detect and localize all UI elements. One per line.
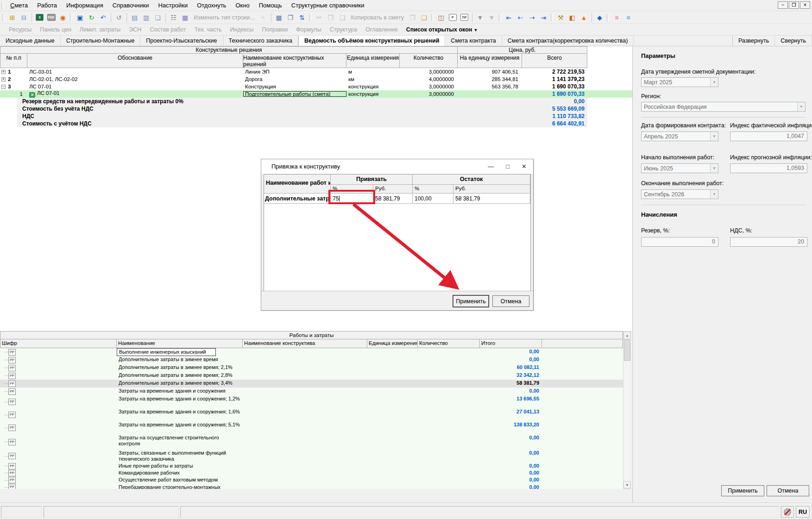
works-name-cell[interactable]: Выполнение инженерных изысканий [117,348,216,356]
total-cell[interactable]: 1 690 070,33 [522,83,587,90]
cut-icon[interactable]: ✂ [314,12,325,23]
dialog-cancel-button[interactable]: Отмена [492,295,529,307]
expand-icon[interactable]: + [1,77,6,81]
quantity-cell[interactable]: 3,0000000 [400,84,458,89]
work-end-combo[interactable]: Сентябрь 2026 ▼ [641,189,718,199]
works-row[interactable]: РРЗатраты на временные здания и сооружен… [0,421,623,434]
unit-cell[interactable] [367,380,418,388]
recalc-icon[interactable]: ↺ [113,12,124,23]
region-combo[interactable]: Российская Федерация ▼ [641,102,806,112]
quantity-cell[interactable] [418,450,480,463]
delete-row-icon[interactable]: × [258,12,269,23]
works-row[interactable]: РРЗатраты на временные здания и сооружен… [0,388,623,395]
panel-button-панель-цен[interactable]: Панель цен [36,26,76,33]
unit-cell[interactable] [367,372,418,380]
works-row[interactable]: РРВыполнение инженерных изысканий0,00 [0,348,623,356]
total-cell[interactable]: 2 722 219,53 [522,69,587,75]
unit-cell[interactable] [367,356,418,364]
collapse-icon[interactable]: − [1,85,6,89]
change-structure-icon[interactable]: ▦ [180,12,190,23]
tab-смета-контракта[interactable]: Смета контракта [445,36,502,46]
resources-icon[interactable]: ◫ [436,12,447,23]
code-badge[interactable]: РР [8,463,16,469]
code-badge[interactable]: РР [8,349,16,356]
collapse-all-button[interactable]: Свернуть [775,36,812,46]
menu-item-информация[interactable]: Информация [62,0,108,11]
works-total-cell[interactable]: 138 833,20 [480,421,542,434]
name-cell[interactable]: Линия ЭП [243,69,346,75]
calculator-icon[interactable]: ▦ [274,12,284,23]
total-cell[interactable]: 1 141 379,23 [522,76,587,82]
works-name-cell[interactable]: Затраты на временные здания и сооружения… [117,395,243,408]
code-badge[interactable]: РР [8,365,16,371]
code-badge[interactable]: РР [8,412,16,418]
works-name-cell[interactable]: Затраты на временные здания и сооружения… [117,408,243,421]
construct-name-cell[interactable] [243,348,367,356]
unit-cell[interactable] [367,364,418,372]
apply-button[interactable]: Применить [721,485,764,496]
work-start-combo[interactable]: Июнь 2025 ▼ [641,163,718,173]
approval-date-combo[interactable]: Март 2025 ▼ [641,77,718,87]
move-updown-icon[interactable]: ⇅ [297,12,308,23]
works-name-cell[interactable]: Командирование рабочих [117,469,243,476]
works-row[interactable]: РРЗатраты на осуществление строительного… [0,434,623,450]
quantity-cell[interactable] [418,395,480,408]
panel-button-состав-работ[interactable]: Состав работ [145,26,190,33]
unit-cell[interactable] [367,395,418,408]
construct-name-cell[interactable] [243,463,367,469]
panel-button-лимит-затраты[interactable]: Лимит. затраты [76,26,125,33]
construct-name-cell[interactable] [243,364,367,372]
works-total-cell[interactable]: 13 696,55 [480,395,542,408]
outdent-icon[interactable]: ⇠ [515,12,526,23]
quantity-cell[interactable]: 4,0000000 [400,76,458,82]
total-cell[interactable]: 1 690 070,33 [522,91,587,97]
construct-row[interactable]: −3ЛС 07-01Конструкцияконструкция3,000000… [0,83,632,90]
scroll-up-icon[interactable]: ▲ [623,331,631,339]
works-row[interactable]: РРКомандирование рабочих0,00 [0,469,623,476]
dialog-close-icon[interactable]: ✕ [522,163,527,170]
unit-cell[interactable] [367,408,418,421]
quantity-cell[interactable]: 3,0000000 [400,91,458,97]
save-icon[interactable]: ▣ [75,12,85,23]
construct-name-cell[interactable] [243,356,367,364]
filter-icon[interactable]: ▼ [475,12,485,23]
structure-tree-icon[interactable]: ⊞ [7,12,18,23]
works-total-cell[interactable]: 0,00 [480,348,542,356]
unit-cell[interactable] [367,450,418,463]
unit-cell[interactable] [367,463,418,469]
chevron-down-icon[interactable]: ▼ [710,190,718,199]
indent-icon[interactable]: ⇢ [527,12,537,23]
keyboard-layout-indicator[interactable]: RU [796,506,810,518]
quantity-cell[interactable] [418,408,480,421]
unit-cell[interactable]: конструкция [346,84,400,89]
unit-price-cell[interactable]: 907 406,51 [458,69,522,75]
copy-sheet-icon[interactable]: ❐ [407,12,418,23]
unit-cell[interactable] [367,476,418,484]
refresh-icon[interactable]: ↻ [86,12,97,23]
name-cell[interactable]: Конструкция [243,84,346,89]
works-name-cell[interactable]: Дополнительные затраты в зимнее время; 2… [117,372,243,380]
works-name-cell[interactable]: Затраты на временные здания и сооружения [117,388,243,395]
menu-item-работа[interactable]: Работа [32,0,62,11]
rest-percent-cell[interactable]: 100,00 [413,194,453,204]
dialog-titlebar[interactable]: Привязка к конструктиву — □ ✕ [261,159,533,174]
construct-row[interactable]: +2ЛС-02-01, ЛС-02-02Дорогакм4,0000000285… [0,75,632,83]
panel-button-формулы[interactable]: Формулы [292,26,325,33]
unit-cell[interactable]: конструкция [346,91,400,97]
outdent-first-icon[interactable]: ⇤ [504,12,514,23]
machines-icon[interactable]: ◆ [594,12,605,23]
search-icon[interactable]: ◉ [57,12,68,23]
unit-cell[interactable] [367,421,418,434]
structure-branch-icon[interactable]: ⊟ [19,12,29,23]
construct-name-cell[interactable] [243,380,367,388]
works-row[interactable]: РРОсуществление работ вахтовым методом0,… [0,476,623,484]
unit-price-cell[interactable]: 563 356,78 [458,84,522,89]
layers-blue-icon[interactable]: ≡ [623,12,634,23]
quantity-cell[interactable] [418,364,480,372]
contract-date-combo[interactable]: Апрель 2025 ▼ [641,131,718,141]
reserve-field[interactable]: 0 [641,237,718,247]
unit-cell[interactable] [367,388,418,395]
window-close-button[interactable]: × [800,1,810,9]
quantity-cell[interactable] [418,348,480,356]
tab-строительно-монтажные[interactable]: Строительно-Монтажные [61,36,141,46]
